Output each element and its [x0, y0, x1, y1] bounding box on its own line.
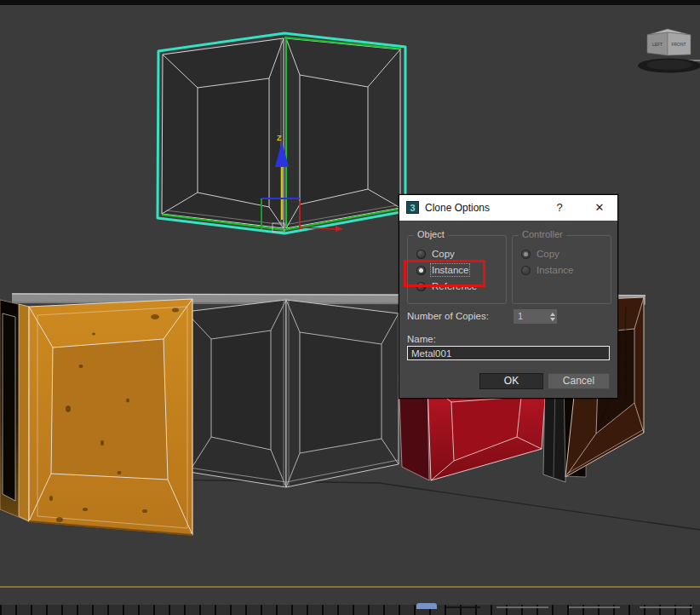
copies-value[interactable]: 1 — [514, 309, 548, 324]
cancel-button[interactable]: Cancel — [548, 373, 610, 389]
radio-copy[interactable]: Copy — [416, 248, 455, 260]
name-input[interactable] — [407, 346, 610, 360]
max-viewport-screenshot: Z LEFT FRONT 3 Clone Options ? ✕ — [0, 0, 700, 615]
ok-button[interactable]: OK — [479, 373, 543, 389]
track-segment — [569, 606, 620, 608]
max-app-icon: 3 — [406, 201, 419, 214]
radio-controller-instance-label: Instance — [536, 265, 573, 275]
top-edge-bar — [0, 0, 700, 5]
name-label: Name: — [407, 334, 436, 344]
viewcube[interactable]: LEFT FRONT — [638, 29, 700, 73]
gray-crate[interactable] — [186, 300, 399, 487]
spinner-up-icon[interactable] — [550, 313, 555, 316]
radio-controller-copy-label: Copy — [536, 249, 559, 259]
radio-controller-instance: Instance — [521, 264, 573, 276]
orange-crate[interactable] — [0, 299, 192, 535]
viewcube-left-face-label[interactable]: LEFT — [652, 42, 663, 47]
copies-spinner[interactable]: 1 — [514, 309, 557, 324]
z-axis-label: Z — [277, 134, 282, 142]
clone-options-dialog: 3 Clone Options ? ✕ Object Copy Instance — [399, 194, 618, 399]
help-button[interactable]: ? — [551, 195, 568, 221]
viewcube-front-face-label[interactable]: FRONT — [671, 42, 686, 47]
track-segment — [640, 606, 692, 608]
time-slider-marker[interactable] — [416, 603, 437, 609]
dialog-body: Object Copy Instance Reference Controlle… — [399, 221, 617, 398]
dialog-title: Clone Options — [425, 195, 490, 221]
red-annotation-highlight — [404, 260, 485, 287]
controller-group-label: Controller — [519, 229, 566, 239]
radio-copy-label[interactable]: Copy — [432, 249, 455, 259]
radio-controller-copy: Copy — [521, 248, 559, 260]
spinner-arrows[interactable] — [548, 309, 557, 324]
track-segment — [496, 606, 548, 608]
object-group-label: Object — [414, 229, 448, 239]
dialog-titlebar[interactable]: 3 Clone Options ? ✕ — [399, 195, 617, 221]
radio-controller-copy-circle — [521, 250, 531, 259]
copies-label: Number of Copies: — [407, 311, 489, 321]
track-segment-dark — [446, 606, 480, 608]
timeline-panel[interactable] — [0, 588, 700, 605]
spinner-down-icon[interactable] — [550, 318, 555, 321]
radio-controller-instance-circle — [521, 266, 531, 275]
controller-group-box: Controller Copy Instance — [512, 235, 611, 304]
close-icon[interactable]: ✕ — [588, 195, 611, 221]
radio-copy-circle[interactable] — [416, 250, 426, 259]
